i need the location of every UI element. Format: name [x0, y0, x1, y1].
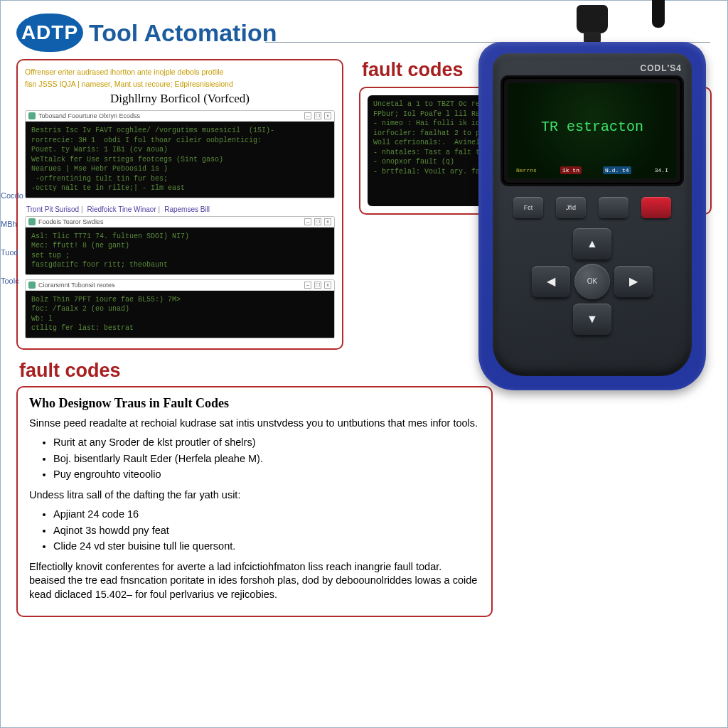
terminal-window-3[interactable]: Ciorarsmnt Tobonsit reotes –☐x Bolz Thin… — [25, 279, 335, 338]
device-screen: TR estracton Nerrns 1k tn N.d. t4 34.I — [508, 83, 676, 178]
right-column: fault codes Uncetal a 1 to TBZT Oc retio… — [359, 59, 712, 386]
max-icon[interactable]: ☐ — [314, 112, 321, 119]
device-shell: CODL'S4 TR estracton Nerrns 1k tn N.d. t… — [478, 42, 706, 390]
list-item: Apjiant 24 code 16 — [53, 506, 480, 522]
device-face: CODL'S4 TR estracton Nerrns 1k tn N.d. t… — [493, 53, 692, 376]
tab-3[interactable]: Rapemses Bill — [164, 205, 210, 213]
terminal1-body: Bestris Isc Iv FAVT ocghlee/ /vorgutims … — [26, 122, 334, 198]
screen-tag-1: 1k tn — [560, 166, 582, 174]
terminal2-body: Asl: Tlic TT71 74. fultuen SDOI) NI7) Me… — [26, 228, 334, 274]
terminal3-titlebar[interactable]: Ciorarsmnt Tobonsit reotes –☐x — [26, 280, 334, 291]
article-list-1: Rurit at any Sroder de klst proutler of … — [29, 434, 480, 482]
device-connector — [577, 5, 608, 33]
device-cable — [652, 0, 665, 28]
list-item: Puy engrouhto viteoolio — [53, 466, 480, 482]
panel-article-fault-codes: Who Designow Traus in Fault Codes Sinnse… — [16, 386, 493, 618]
min-icon[interactable]: – — [304, 112, 311, 119]
window-controls[interactable]: –☐x — [304, 282, 331, 289]
terminal1-title: Tobosand Foourtune Olxryn Ecodss — [38, 112, 140, 119]
terminal-window-1[interactable]: Tobosand Foourtune Olxryn Ecodss –☐x Bes… — [25, 110, 335, 198]
dpad-up[interactable]: ▲ — [573, 228, 611, 259]
screen-tag-2: N.d. t4 — [603, 166, 631, 174]
device-button-2[interactable]: Jfid — [556, 197, 586, 218]
dpad-left[interactable]: ◀ — [532, 266, 570, 297]
panel1-caption2: fisn JSSS IQJA | nameser, Mant ust recou… — [25, 80, 335, 89]
tab-1[interactable]: Tront Pit Surisod — [26, 205, 83, 213]
screen-tag-3: 34.I — [653, 166, 670, 174]
logo-badge: ADTP — [16, 14, 83, 52]
terminal3-body: Bolz Thin 7PFT ioure fae BL55:) 7M> foc:… — [26, 291, 334, 338]
diagnostic-device: CODL'S4 TR estracton Nerrns 1k tn N.d. t… — [478, 0, 706, 390]
screen-bottom-bar: Nerrns 1k tn N.d. t4 34.I — [514, 166, 670, 174]
article-para-1: Sinnse peed readalte at rechoial kudrase… — [29, 417, 480, 431]
label-cocdo: Cocdo — [1, 191, 23, 200]
label-toolc: Toolc — [1, 277, 23, 285]
panel1-subtitle: Dighllrny Borficol (Vorfced) — [25, 92, 335, 106]
max-icon[interactable]: ☐ — [314, 218, 321, 225]
article-list-2: Apjiant 24 code 16 Aqinot 3s howdd pny f… — [29, 506, 480, 554]
window-controls[interactable]: –☐x — [304, 112, 331, 119]
page-title: Tool Actomation — [89, 19, 277, 47]
page-root: ADTP Tool Actomation Offrenser eriter au… — [0, 0, 728, 728]
panel1-caption1: Offrenser eriter audrased ihortton ante … — [25, 68, 335, 77]
list-item: Clide 24 vd ster buisine tull lie querso… — [53, 538, 480, 554]
window-controls[interactable]: –☐x — [304, 218, 331, 225]
screen-main-text: TR estracton — [514, 87, 670, 166]
section-heading-fault-codes-left: fault codes — [19, 360, 343, 382]
list-item: Aqinot 3s howdd pny feat — [53, 523, 480, 538]
dpad-right[interactable]: ▶ — [614, 266, 653, 297]
terminal2-titlebar[interactable]: Foodeis Tearor Swdies –☐x — [26, 217, 334, 228]
list-item: Rurit at any Sroder de klst proutler of … — [53, 434, 480, 450]
min-icon[interactable]: – — [304, 218, 311, 225]
terminal1-titlebar[interactable]: Tobosand Foourtune Olxryn Ecodss –☐x — [26, 111, 334, 122]
min-icon[interactable]: – — [304, 282, 311, 289]
device-brand: CODL'S4 — [640, 63, 682, 73]
max-icon[interactable]: ☐ — [314, 282, 321, 289]
close-icon[interactable]: x — [324, 282, 331, 289]
list-item: Boj. bisentlarly Rault Eder (Herfela ple… — [53, 451, 480, 466]
panel-terminal-group: Offrenser eriter audrased ihortton ante … — [16, 59, 343, 350]
device-screen-frame: TR estracton Nerrns 1k tn N.d. t4 34.I — [503, 77, 682, 184]
device-button-row: Fct Jfid — [513, 197, 671, 218]
label-mbh: MBh — [1, 220, 23, 228]
device-button-3[interactable] — [599, 197, 628, 218]
label-tuod: Tuod — [1, 248, 23, 257]
article-para-2: Undess litra sall of the dafting the far… — [29, 488, 480, 503]
device-button-1[interactable]: Fct — [513, 197, 543, 218]
dpad-down[interactable]: ▼ — [573, 304, 611, 335]
panel1-tabs: Tront Pit Surisod Riedfoick Tine Winaor … — [25, 203, 335, 216]
device-dpad: ▲ ▼ ◀ ▶ OK — [532, 228, 653, 335]
article-para-3: Elfectiolly knovit conferentes for avert… — [29, 560, 480, 602]
screen-label: Nerrns — [514, 166, 539, 174]
tab-2[interactable]: Riedfoick Tine Winaor — [87, 205, 161, 213]
terminal-window-2[interactable]: Foodeis Tearor Swdies –☐x Asl: Tlic TT71… — [25, 216, 335, 275]
close-icon[interactable]: x — [324, 218, 331, 225]
left-column: Offrenser eriter audrased ihortton ante … — [16, 59, 343, 386]
device-power-button[interactable] — [641, 197, 671, 218]
terminal2-title: Foodeis Tearor Swdies — [38, 218, 103, 225]
close-icon[interactable]: x — [324, 112, 331, 119]
terminal3-title: Ciorarsmnt Tobonsit reotes — [38, 282, 114, 289]
article-title: Who Designow Traus in Fault Codes — [29, 396, 480, 411]
dpad-ok[interactable]: OK — [574, 264, 610, 299]
left-side-labels: Cocdo MBh Tuod Toolc — [1, 171, 23, 305]
